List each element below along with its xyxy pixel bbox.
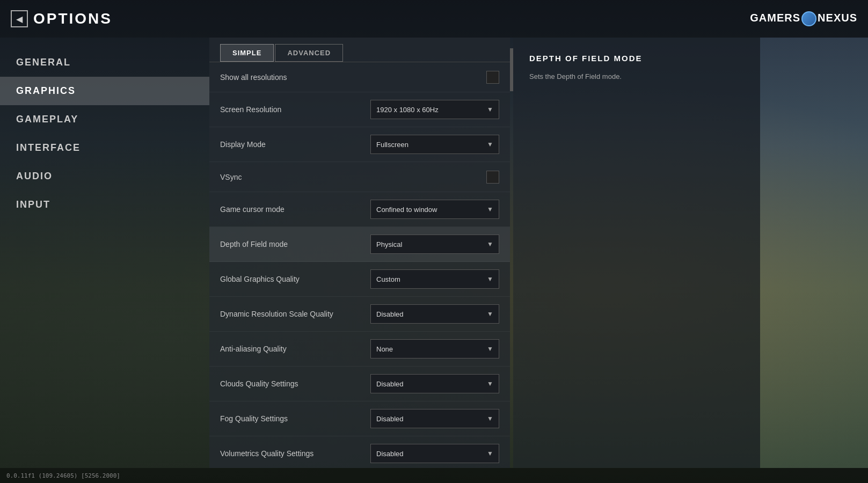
setting-label-display-mode: Display Mode: [220, 140, 360, 149]
page-title: OPTIONS: [33, 10, 112, 27]
content-area: GENERAL GRAPHICS GAMEPLAY INTERFACE AUDI…: [0, 38, 868, 468]
setting-control-global-graphics-quality: Custom ▼: [370, 269, 499, 289]
setting-control-game-cursor-mode: Confined to window ▼: [370, 200, 499, 219]
dropdown-game-cursor-mode[interactable]: Confined to window ▼: [370, 200, 499, 219]
setting-label-global-graphics-quality: Global Graphics Quality: [220, 275, 360, 283]
setting-control-fog-quality: Disabled ▼: [370, 409, 499, 428]
setting-control-volumetrics-quality: Disabled ▼: [370, 444, 499, 463]
sidebar-item-graphics[interactable]: GRAPHICS: [0, 77, 209, 105]
dropdown-value-clouds-quality: Disabled: [376, 380, 404, 388]
setting-label-volumetrics-quality: Volumetrics Quality Settings: [220, 449, 360, 458]
setting-label-vsync: VSync: [220, 173, 476, 181]
sidebar: GENERAL GRAPHICS GAMEPLAY INTERFACE AUDI…: [0, 38, 209, 468]
logo: GAMERSNEXUS: [750, 11, 857, 26]
setting-label-dynamic-resolution: Dynamic Resolution Scale Quality: [220, 310, 360, 318]
setting-control-vsync: [486, 171, 499, 184]
setting-control-anti-aliasing: None ▼: [370, 339, 499, 358]
chevron-down-icon: ▼: [487, 310, 493, 318]
chevron-down-icon: ▼: [487, 415, 493, 422]
dropdown-value-fog-quality: Disabled: [376, 415, 404, 423]
setting-row-fog-quality: Fog Quality Settings Disabled ▼: [209, 401, 510, 436]
sidebar-item-general[interactable]: GENERAL: [0, 48, 209, 77]
chevron-down-icon: ▼: [487, 106, 493, 113]
setting-label-fog-quality: Fog Quality Settings: [220, 414, 360, 423]
chevron-down-icon: ▼: [487, 141, 493, 148]
status-text: 0.0.11f1 (109.24605) [5256.2000]: [6, 472, 120, 479]
setting-row-dynamic-resolution: Dynamic Resolution Scale Quality Disable…: [209, 297, 510, 332]
setting-control-clouds-quality: Disabled ▼: [370, 374, 499, 393]
setting-row-clouds-quality: Clouds Quality Settings Disabled ▼: [209, 367, 510, 401]
chevron-down-icon: ▼: [487, 240, 493, 248]
tab-advanced[interactable]: ADVANCED: [275, 44, 343, 62]
setting-label-depth-of-field: Depth of Field mode: [220, 240, 360, 248]
status-bar: 0.0.11f1 (109.24605) [5256.2000]: [0, 468, 868, 483]
dropdown-value-depth-of-field: Physical: [376, 240, 402, 248]
chevron-down-icon: ▼: [487, 206, 493, 213]
sidebar-item-audio[interactable]: AUDIO: [0, 162, 209, 191]
chevron-down-icon: ▼: [487, 275, 493, 283]
scrollbar-thumb[interactable]: [510, 48, 513, 91]
chevron-down-icon: ▼: [487, 345, 493, 353]
dropdown-screen-resolution[interactable]: 1920 x 1080 x 60Hz ▼: [370, 100, 499, 119]
chevron-down-icon: ▼: [487, 450, 493, 457]
sidebar-item-interface[interactable]: INTERFACE: [0, 134, 209, 162]
dropdown-display-mode[interactable]: Fullscreen ▼: [370, 135, 499, 154]
logo-text-1: GAMERS: [750, 12, 800, 24]
setting-control-screen-resolution: 1920 x 1080 x 60Hz ▼: [370, 100, 499, 119]
sidebar-item-gameplay[interactable]: GAMEPLAY: [0, 105, 209, 134]
dropdown-value-game-cursor-mode: Confined to window: [376, 206, 437, 214]
tab-bar: SIMPLE ADVANCED: [209, 38, 510, 62]
info-panel: DEPTH OF FIELD MODE Sets the Depth of Fi…: [513, 38, 760, 468]
setting-label-show-all-resolutions: Show all resolutions: [220, 73, 476, 82]
tab-simple[interactable]: SIMPLE: [220, 44, 274, 62]
setting-label-screen-resolution: Screen Resolution: [220, 105, 360, 114]
info-panel-title: DEPTH OF FIELD MODE: [529, 54, 744, 63]
setting-row-anti-aliasing: Anti-aliasing Quality None ▼: [209, 332, 510, 367]
setting-row-screen-resolution: Screen Resolution 1920 x 1080 x 60Hz ▼: [209, 92, 510, 127]
dropdown-depth-of-field[interactable]: Physical ▼: [370, 235, 499, 254]
sidebar-item-input[interactable]: INPUT: [0, 191, 209, 219]
dropdown-value-global-graphics-quality: Custom: [376, 275, 400, 283]
main-container: ◀ OPTIONS GAMERSNEXUS GENERAL GRAPHICS G…: [0, 0, 868, 483]
setting-control-show-all-resolutions: [486, 71, 499, 84]
dropdown-value-anti-aliasing: None: [376, 345, 393, 353]
dropdown-global-graphics-quality[interactable]: Custom ▼: [370, 269, 499, 289]
info-panel-description: Sets the Depth of Field mode.: [529, 71, 744, 83]
checkbox-show-all-resolutions[interactable]: [486, 71, 499, 84]
logo-text-2: NEXUS: [818, 12, 857, 24]
dropdown-volumetrics-quality[interactable]: Disabled ▼: [370, 444, 499, 463]
settings-list: Show all resolutions Screen Resolution 1…: [209, 62, 510, 468]
logo-globe-icon: [801, 11, 816, 26]
checkbox-vsync[interactable]: [486, 171, 499, 184]
dropdown-clouds-quality[interactable]: Disabled ▼: [370, 374, 499, 393]
setting-control-depth-of-field: Physical ▼: [370, 235, 499, 254]
setting-label-clouds-quality: Clouds Quality Settings: [220, 379, 360, 388]
back-button[interactable]: ◀ OPTIONS: [11, 10, 112, 27]
dropdown-value-volumetrics-quality: Disabled: [376, 450, 404, 458]
header: ◀ OPTIONS GAMERSNEXUS: [0, 0, 868, 38]
scrollbar-track[interactable]: [510, 38, 513, 468]
dropdown-fog-quality[interactable]: Disabled ▼: [370, 409, 499, 428]
setting-row-volumetrics-quality: Volumetrics Quality Settings Disabled ▼: [209, 436, 510, 468]
dropdown-value-dynamic-resolution: Disabled: [376, 310, 404, 318]
setting-control-display-mode: Fullscreen ▼: [370, 135, 499, 154]
setting-label-game-cursor-mode: Game cursor mode: [220, 205, 360, 214]
setting-row-display-mode: Display Mode Fullscreen ▼: [209, 127, 510, 162]
dropdown-anti-aliasing[interactable]: None ▼: [370, 339, 499, 358]
setting-label-anti-aliasing: Anti-aliasing Quality: [220, 345, 360, 353]
setting-row-global-graphics-quality: Global Graphics Quality Custom ▼: [209, 262, 510, 297]
setting-control-dynamic-resolution: Disabled ▼: [370, 304, 499, 324]
dropdown-value-display-mode: Fullscreen: [376, 141, 409, 149]
setting-row-depth-of-field: Depth of Field mode Physical ▼: [209, 227, 510, 262]
dropdown-dynamic-resolution[interactable]: Disabled ▼: [370, 304, 499, 324]
chevron-down-icon: ▼: [487, 380, 493, 387]
setting-row-vsync: VSync: [209, 162, 510, 192]
setting-row-game-cursor-mode: Game cursor mode Confined to window ▼: [209, 192, 510, 227]
settings-panel: SIMPLE ADVANCED Show all resolutions Scr…: [209, 38, 510, 468]
dropdown-value-screen-resolution: 1920 x 1080 x 60Hz: [376, 106, 439, 114]
back-arrow-icon: ◀: [11, 10, 28, 27]
setting-row-show-all-resolutions: Show all resolutions: [209, 62, 510, 92]
